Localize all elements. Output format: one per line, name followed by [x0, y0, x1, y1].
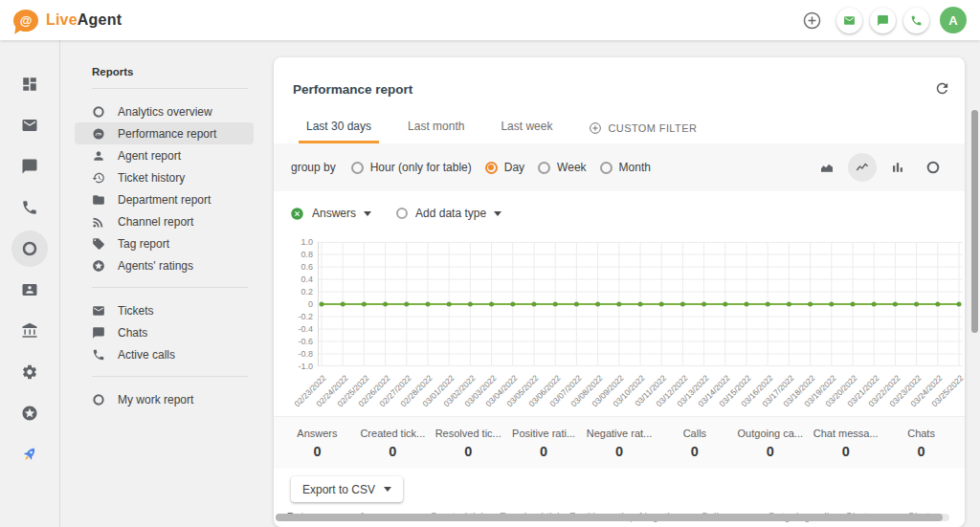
sidebar-item-department-report[interactable]: Department report [75, 188, 254, 210]
sidebar-item-label: Channel report [118, 215, 193, 229]
stat-chats: Chats0 [883, 428, 959, 459]
horizontal-scrollbar[interactable] [276, 514, 949, 521]
sidebar-item-channel-report[interactable]: Channel report [75, 210, 254, 232]
stat-value: 0 [582, 444, 657, 459]
rail-item-dashboard[interactable] [11, 66, 48, 102]
gear-icon [21, 363, 38, 381]
empty-circle-icon [396, 208, 408, 219]
folder-icon [92, 193, 105, 207]
new-chat-button[interactable] [870, 8, 896, 33]
plus-circle-icon [802, 11, 822, 31]
bank-icon [21, 322, 38, 340]
tab-last-week[interactable]: Last week [501, 120, 552, 143]
chat-icon [21, 158, 38, 175]
rail-item-getting-started[interactable] [11, 436, 48, 472]
sidebar-title: Reports [92, 66, 273, 77]
radio-week[interactable]: Week [538, 161, 586, 174]
sidebar-item-label: Active calls [118, 348, 175, 362]
vertical-scrollbar-thumb[interactable] [971, 110, 978, 333]
sidebar-item-tag-report[interactable]: Tag report [75, 232, 254, 254]
sidebar-item-chats[interactable]: Chats [75, 321, 254, 343]
y-tick-label: 0.6 [301, 263, 313, 272]
nav-rail [0, 40, 60, 527]
user-avatar-button[interactable]: A [940, 7, 967, 33]
sidebar-item-analytics-overview[interactable]: Analytics overview [75, 100, 254, 122]
summary-stats: Answers0Created tick...0Resolved tic...0… [274, 416, 965, 469]
radio-month[interactable]: Month [600, 161, 651, 174]
bar-chart-button[interactable] [883, 153, 912, 182]
contact-card-icon [21, 281, 38, 298]
radio-hour-only-for-table[interactable]: Hour (only for table) [351, 161, 472, 174]
topbar-actions: A [800, 7, 967, 33]
new-ticket-button[interactable] [836, 8, 862, 33]
radio-circle-icon [600, 162, 612, 174]
stat-value: 0 [808, 444, 883, 459]
sidebar-item-label: Performance report [118, 127, 216, 141]
chart-type-switcher [813, 153, 947, 182]
remove-series-icon[interactable] [290, 207, 304, 221]
liveagent-logo: @ LiveAgent [13, 10, 122, 32]
sidebar-item-label: My work report [118, 393, 193, 406]
line-chart-icon [855, 160, 870, 175]
rail-item-reports[interactable] [11, 231, 48, 267]
sidebar-item-agents-ratings[interactable]: Agents' ratings [75, 254, 254, 276]
sidebar-item-performance-report[interactable]: Performance report [75, 122, 254, 144]
tab-last-30-days[interactable]: Last 30 days [306, 120, 371, 143]
sidebar-item-ticket-history[interactable]: Ticket history [75, 166, 254, 188]
tab-last-month[interactable]: Last month [408, 120, 464, 143]
donut-chart-button[interactable] [919, 153, 947, 182]
donut-icon [925, 160, 941, 175]
tab-custom-filter[interactable]: CUSTOM FILTER [589, 121, 697, 143]
sidebar-item-tickets[interactable]: Tickets [75, 299, 254, 321]
y-tick-label: -0.2 [298, 313, 313, 321]
logo-text-agent: Agent [78, 11, 122, 28]
sidebar-item-my-work-report[interactable]: My work report [75, 388, 254, 410]
rail-item-tickets[interactable] [11, 107, 48, 143]
sidebar-item-label: Chats [118, 326, 147, 340]
y-tick-label: -0.8 [298, 350, 313, 359]
series-chip-answers[interactable]: Answers [290, 207, 371, 221]
ring-icon [92, 393, 105, 406]
add-button[interactable] [800, 9, 823, 32]
tag-icon [92, 237, 105, 251]
export-csv-button[interactable]: Export to CSV [291, 476, 403, 502]
stat-label: Chat messa... [808, 428, 883, 439]
plus-circle-icon [589, 121, 602, 135]
y-tick-label: -1.0 [298, 362, 313, 371]
new-call-button[interactable] [903, 8, 929, 33]
y-tick-label: 0.8 [301, 251, 313, 259]
line-chart-button[interactable] [848, 153, 877, 182]
dashboard-icon [21, 76, 38, 93]
rail-item-settings[interactable] [11, 354, 48, 390]
rail-item-billing[interactable] [11, 313, 48, 349]
tab-label: Last 30 days [306, 120, 371, 133]
sidebar-item-active-calls[interactable]: Active calls [75, 343, 254, 365]
chart: 1.00.80.60.40.20-0.2-0.4-0.6-0.8-1.0 02/… [274, 235, 965, 416]
rail-item-chats[interactable] [11, 148, 48, 185]
radio-label: Hour (only for table) [370, 161, 472, 174]
page-title: Performance report [293, 82, 412, 97]
refresh-icon [934, 80, 950, 97]
rail-item-calls[interactable] [11, 189, 48, 226]
rail-item-achievements[interactable] [11, 395, 48, 431]
series-row: Answers Add data type [274, 191, 965, 235]
sidebar-item-agent-report[interactable]: Agent report [75, 144, 254, 166]
filter-band: group by Hour (only for table)DayWeekMon… [274, 143, 965, 191]
add-data-type-button[interactable]: Add data type [396, 207, 501, 220]
horizontal-scrollbar-thumb[interactable] [276, 514, 943, 521]
export-csv-label: Export to CSV [302, 483, 375, 496]
chat-icon [877, 14, 889, 27]
phone-icon [21, 199, 38, 216]
caret-down-icon [384, 487, 391, 495]
rail-item-customers[interactable] [11, 272, 48, 308]
refresh-button[interactable] [932, 78, 951, 98]
radio-label: Month [619, 161, 651, 174]
rss-icon [92, 215, 105, 229]
tab-label: CUSTOM FILTER [608, 122, 697, 134]
sidebar-item-label: Agents' ratings [118, 259, 193, 273]
area-chart-button[interactable] [813, 153, 841, 182]
radio-day[interactable]: Day [485, 161, 524, 174]
stat-value: 0 [883, 444, 959, 459]
y-tick-label: 0 [308, 300, 313, 309]
radio-circle-icon [351, 162, 364, 174]
